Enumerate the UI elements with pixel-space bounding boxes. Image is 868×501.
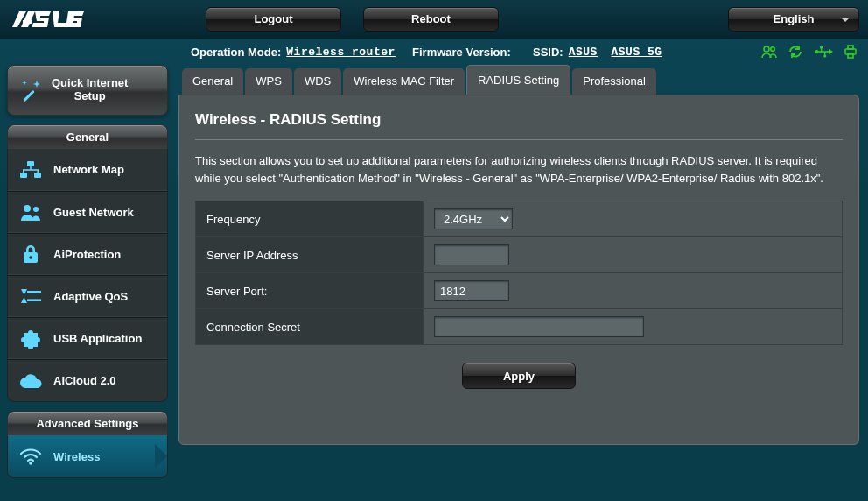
- sidebar-item-usb-application[interactable]: USB Application: [8, 317, 167, 359]
- ssid2-value[interactable]: ASUS_5G: [612, 46, 662, 59]
- page-description: This section allows you to set up additi…: [195, 152, 843, 187]
- page-title: Wireless - RADIUS Setting: [195, 111, 843, 129]
- svg-marker-20: [22, 81, 26, 85]
- frequency-label: Frequency: [196, 201, 424, 237]
- settings-form: Frequency 2.4GHz Server IP Address Serve…: [195, 201, 843, 345]
- server-ip-label: Server IP Address: [196, 237, 424, 273]
- frequency-select[interactable]: 2.4GHz: [434, 208, 513, 229]
- brand-logo: [9, 10, 184, 29]
- svg-rect-23: [34, 173, 41, 178]
- svg-rect-21: [27, 161, 34, 166]
- svg-rect-17: [848, 53, 853, 58]
- svg-point-36: [29, 462, 32, 465]
- sidebar-item-aiprotection[interactable]: AiProtection: [8, 233, 167, 275]
- svg-point-14: [823, 54, 826, 57]
- logout-button[interactable]: Logout: [206, 7, 341, 32]
- svg-rect-2: [23, 20, 32, 24]
- svg-marker-3: [32, 11, 51, 27]
- server-port-input[interactable]: [434, 280, 509, 301]
- reboot-button[interactable]: Reboot: [363, 7, 499, 32]
- status-bar: Operation Mode: Wireless router Firmware…: [184, 39, 868, 65]
- svg-rect-26: [23, 170, 24, 173]
- tab-professional[interactable]: Professional: [572, 68, 656, 95]
- tab-general[interactable]: General: [182, 68, 243, 95]
- sidebar-item-network-map[interactable]: Network Map: [8, 149, 167, 191]
- language-select[interactable]: English: [728, 7, 859, 32]
- sidebar-general-header: General: [7, 124, 168, 149]
- svg-rect-34: [27, 291, 41, 293]
- quick-setup-label: Quick Internet Setup: [52, 77, 128, 103]
- guest-icon[interactable]: [761, 45, 777, 59]
- quick-internet-setup[interactable]: Quick Internet Setup: [7, 65, 168, 116]
- sidebar: Quick Internet Setup General Network Map: [0, 65, 175, 478]
- sidebar-item-adaptive-qos[interactable]: Adaptive QoS: [8, 275, 167, 317]
- sidebar-item-label: AiCloud 2.0: [53, 374, 116, 387]
- svg-rect-18: [23, 90, 34, 102]
- row-frequency: Frequency 2.4GHz: [196, 201, 843, 237]
- tab-radius-setting[interactable]: RADIUS Setting: [466, 65, 570, 95]
- sidebar-advanced-section: Advanced Settings Wireless: [7, 411, 168, 478]
- svg-rect-22: [20, 173, 27, 178]
- ssid-label: SSID:: [533, 46, 564, 59]
- qos-icon: [18, 284, 43, 308]
- wand-icon: [18, 78, 43, 102]
- tab-bar: General WPS WDS Wireless MAC Filter RADI…: [178, 65, 859, 95]
- svg-rect-9: [816, 51, 829, 53]
- language-label: English: [774, 12, 815, 25]
- tab-wds[interactable]: WDS: [294, 68, 341, 95]
- tab-wps[interactable]: WPS: [245, 68, 292, 95]
- sidebar-item-label: USB Application: [53, 332, 142, 345]
- svg-marker-32: [21, 289, 27, 295]
- svg-point-6: [764, 46, 769, 52]
- lock-icon: [18, 242, 43, 266]
- svg-point-28: [24, 205, 31, 212]
- sidebar-item-label: AiProtection: [53, 248, 121, 261]
- main-content: General WPS WDS Wireless MAC Filter RADI…: [175, 65, 868, 478]
- printer-icon[interactable]: [844, 45, 858, 59]
- row-connection-secret: Connection Secret: [196, 309, 843, 345]
- svg-rect-16: [848, 46, 853, 49]
- sidebar-item-wireless[interactable]: Wireless: [8, 435, 167, 477]
- secret-label: Connection Secret: [196, 309, 424, 345]
- server-port-label: Server Port:: [196, 273, 424, 309]
- sidebar-advanced-header: Advanced Settings: [7, 411, 168, 435]
- svg-marker-33: [21, 297, 27, 303]
- divider: [195, 139, 843, 140]
- sidebar-item-label: Wireless: [53, 450, 100, 463]
- svg-point-7: [771, 47, 775, 52]
- usb-icon[interactable]: [814, 46, 833, 58]
- status-icons: [761, 45, 858, 59]
- server-ip-input[interactable]: [434, 244, 509, 265]
- svg-rect-25: [23, 169, 38, 171]
- svg-rect-35: [27, 299, 41, 301]
- sidebar-advanced-menu: Wireless: [7, 435, 168, 478]
- svg-point-29: [33, 207, 38, 212]
- secret-input[interactable]: [434, 316, 644, 337]
- cloud-icon: [18, 369, 43, 393]
- sidebar-item-guest-network[interactable]: Guest Network: [8, 191, 167, 233]
- puzzle-icon: [18, 326, 43, 350]
- network-map-icon: [18, 158, 43, 182]
- row-server-ip: Server IP Address: [196, 237, 843, 273]
- row-server-port: Server Port:: [196, 273, 843, 309]
- apply-button[interactable]: Apply: [462, 363, 576, 389]
- sidebar-item-aicloud[interactable]: AiCloud 2.0: [8, 359, 167, 401]
- svg-rect-12: [820, 46, 822, 48]
- chevron-down-icon: [841, 18, 850, 26]
- ssid1-value[interactable]: ASUS: [569, 46, 598, 59]
- sidebar-item-label: Network Map: [53, 163, 124, 176]
- refresh-icon[interactable]: [788, 45, 803, 59]
- sidebar-general-section: General Network Map Guest Network: [7, 124, 168, 402]
- op-mode-label: Operation Mode:: [191, 46, 281, 59]
- svg-marker-19: [33, 81, 40, 88]
- fw-label: Firmware Version:: [412, 46, 511, 59]
- tab-mac-filter[interactable]: Wireless MAC Filter: [343, 68, 465, 95]
- top-bar: Logout Reboot English: [0, 0, 868, 39]
- sidebar-item-label: Adaptive QoS: [53, 290, 128, 303]
- sidebar-general-menu: Network Map Guest Network AiProtection: [7, 149, 168, 402]
- svg-marker-10: [829, 49, 833, 54]
- settings-panel: Wireless - RADIUS Setting This section a…: [178, 95, 859, 445]
- svg-rect-27: [37, 170, 38, 173]
- guest-network-icon: [18, 200, 43, 224]
- op-mode-value[interactable]: Wireless router: [286, 46, 396, 59]
